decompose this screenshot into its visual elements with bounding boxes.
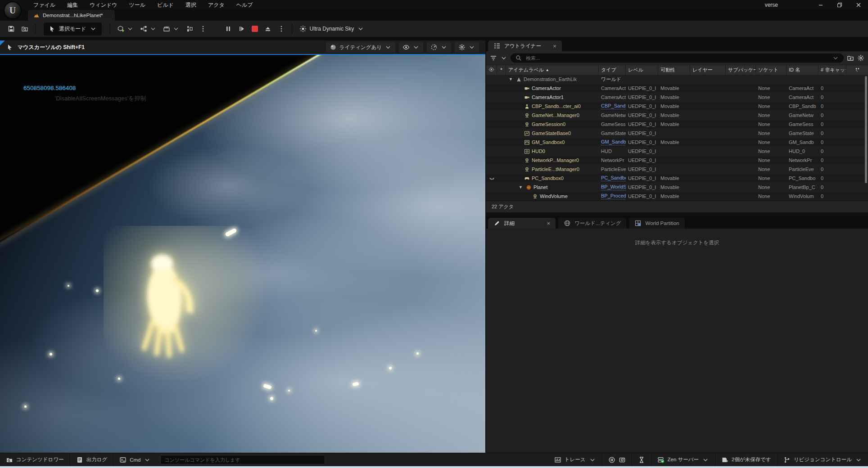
filter-icon[interactable] <box>490 54 497 62</box>
type-link[interactable]: GM_Sandb <box>601 139 626 145</box>
hourglass-button[interactable] <box>632 453 651 467</box>
type-link[interactable]: BP_WorldS <box>601 184 626 190</box>
add-actor-dropdown[interactable] <box>114 23 137 35</box>
column-header-0[interactable]: アイテムラベル ▲ <box>506 65 599 75</box>
eject-button[interactable] <box>261 23 275 35</box>
close-icon[interactable]: × <box>553 43 556 49</box>
viewport-header[interactable]: マウスカーソルの Shift+F1 ライティングあり <box>0 40 485 54</box>
select-mode-dropdown[interactable]: 選択モード <box>44 22 102 36</box>
expander-arrow[interactable]: ▼ <box>519 185 524 189</box>
play-options-button[interactable] <box>275 23 288 35</box>
outliner-row[interactable]: ParticleE...tManager0ParticleEveUEDPIE_0… <box>486 165 868 174</box>
screenshot-camera-icon[interactable] <box>619 456 626 464</box>
tab-details[interactable]: 詳細 × <box>488 218 556 229</box>
outliner-row[interactable]: ▼PlanetBP_WorldSUEDPIE_0_IMovableNonePla… <box>486 183 868 192</box>
menu-item[interactable]: アクタ <box>203 0 230 10</box>
vertical-dots-icon <box>199 25 207 32</box>
cell-type[interactable]: BP_Proced <box>599 193 626 199</box>
unreal-logo-icon[interactable]: U <box>4 1 22 19</box>
menu-item[interactable]: ウィンドウ <box>84 0 122 10</box>
close-icon[interactable]: × <box>547 220 550 226</box>
scrollbar-thumb[interactable] <box>865 76 867 183</box>
outliner-row[interactable]: CameraActor1CameraActUEDPIE_0_IMovableNo… <box>486 93 868 102</box>
menu-item[interactable]: ヘルプ <box>231 0 258 10</box>
menu-item[interactable]: 編集 <box>62 0 83 10</box>
minimize-button[interactable] <box>811 0 830 10</box>
output-log-button[interactable]: 出力ログ <box>70 453 114 467</box>
viewport-scene[interactable]: 650858098.586408 'DisableAllScreenMessag… <box>0 54 485 453</box>
column-header-7[interactable]: ID 名 <box>787 65 818 75</box>
revision-control-dropdown[interactable]: リビジョンコントロール <box>777 453 868 467</box>
outliner-settings-gear-icon[interactable] <box>857 54 864 62</box>
outliner-row[interactable]: CBP_Sandb...cter_ai0CBP_SandlUEDPIE_0_IM… <box>486 102 868 111</box>
performance-dropdown[interactable] <box>427 42 451 53</box>
cinematics-dropdown[interactable] <box>160 23 183 35</box>
platforms-button[interactable] <box>183 23 196 35</box>
outliner-row[interactable]: PC_Sandbox0PC_SandboUEDPIE_0_IMovableNon… <box>486 174 868 183</box>
new-folder-icon[interactable] <box>847 54 854 62</box>
column-settings-icon[interactable] <box>846 65 868 75</box>
show-flags-dropdown[interactable] <box>399 42 423 53</box>
pause-button[interactable] <box>222 23 235 35</box>
step-forward-button[interactable] <box>235 23 249 35</box>
close-button[interactable] <box>849 0 868 10</box>
toolbar-overflow-button[interactable] <box>196 23 210 35</box>
blueprints-dropdown[interactable] <box>137 23 160 35</box>
outliner-row[interactable]: NetworkP...Manager0NetworkPrUEDPIE_0_INo… <box>486 156 868 165</box>
type-link[interactable]: CBP_Sandl <box>601 103 626 109</box>
trace-dropdown[interactable]: トレース <box>548 453 602 467</box>
column-header-3[interactable]: 可動性 <box>658 65 690 75</box>
restore-button[interactable] <box>830 0 849 10</box>
column-pinned-icon[interactable]: * <box>497 65 506 75</box>
type-link[interactable]: PC_Sandbo <box>601 175 626 181</box>
content-browser-button[interactable] <box>18 23 32 35</box>
view-mode-dropdown[interactable]: ライティングあり <box>326 42 395 53</box>
type-link[interactable]: BP_Proced <box>601 193 626 199</box>
zen-server-dropdown[interactable]: Zen サーバー <box>651 453 715 467</box>
column-header-6[interactable]: ソケット <box>756 65 787 75</box>
row-label: CBP_Sandb...cter_ai0 <box>506 104 599 109</box>
column-visibility-icon[interactable] <box>486 65 497 75</box>
search-input[interactable] <box>525 55 829 61</box>
column-header-2[interactable]: レベル <box>626 65 658 75</box>
chevron-down-icon[interactable] <box>832 54 839 62</box>
cell-type[interactable]: PC_Sandbo <box>599 175 626 181</box>
cell-type[interactable]: BP_WorldS <box>599 184 626 190</box>
outliner-row[interactable]: GameStateBase0GameStateUEDPIE_0_INoneGam… <box>486 129 868 138</box>
menu-item[interactable]: ツール <box>124 0 151 10</box>
tab-world-settings[interactable]: ワールド...ティング <box>558 218 626 229</box>
cell-type[interactable]: CBP_Sandl <box>599 103 626 109</box>
tab-outliner[interactable]: アウトライナー × <box>488 40 562 51</box>
menu-item[interactable]: ファイル <box>28 0 61 10</box>
content-drawer-button[interactable]: コンテンツドロワー <box>0 453 70 467</box>
menu-item[interactable]: ビルド <box>152 0 179 10</box>
level-tab[interactable]: Demonstrat...hLikePlanet* <box>28 10 115 21</box>
tab-world-partition[interactable]: World Partition <box>629 218 684 229</box>
row-visibility-gutter[interactable] <box>486 176 497 181</box>
outliner-row[interactable]: ▼Demonstration_EarthLikワールド <box>486 75 868 84</box>
column-header-8[interactable]: # 非キャッシ <box>818 65 846 75</box>
cell-type[interactable]: GM_Sandb <box>599 139 626 145</box>
column-header-1[interactable]: タイプ <box>599 65 626 75</box>
outliner-row[interactable]: GameNet...Manager0GameNetwUEDPIE_0_IMova… <box>486 111 868 120</box>
chevron-down-icon[interactable] <box>500 54 507 62</box>
menu-item[interactable]: 選択 <box>180 0 202 10</box>
cell-type: NetworkPr <box>599 158 626 163</box>
outliner-row[interactable]: GameSession0GameSessUEDPIE_0_IMovableNon… <box>486 120 868 129</box>
outliner-row[interactable]: GM_Sandbox0GM_SandbUEDPIE_0_IMovableNone… <box>486 138 868 147</box>
ultra-dynamic-sky-dropdown[interactable]: Ultra Dynamic Sky <box>296 23 368 35</box>
unsaved-button[interactable]: 2個が未保存です <box>715 453 777 467</box>
outliner-row[interactable]: HUD0HUDUEDPIE_0_INoneHUD_00 <box>486 147 868 156</box>
outliner-tab-label: アウトライナー <box>504 43 541 50</box>
record-pause-icon[interactable] <box>608 456 615 464</box>
console-command-input[interactable] <box>160 455 325 464</box>
expander-arrow[interactable]: ▼ <box>509 77 514 81</box>
viewport-settings-dropdown[interactable] <box>455 42 479 53</box>
outliner-row[interactable]: CameraActorCameraActUEDPIE_0_IMovableNon… <box>486 84 868 93</box>
column-header-5[interactable]: サブパッケー <box>726 65 756 75</box>
column-header-4[interactable]: レイヤー <box>690 65 726 75</box>
save-button[interactable] <box>5 23 18 35</box>
outliner-row[interactable]: WindVolumeBP_ProcedUEDPIE_0_IMovableNone… <box>486 192 868 201</box>
cmd-dropdown[interactable]: Cmd <box>113 453 157 467</box>
stop-button[interactable] <box>249 23 261 34</box>
